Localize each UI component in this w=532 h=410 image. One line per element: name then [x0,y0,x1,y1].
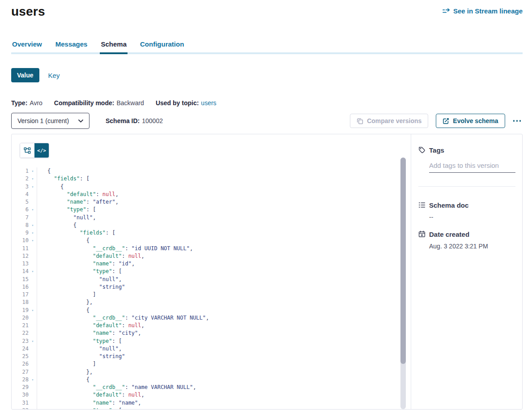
fold-spacer [29,368,37,376]
version-select[interactable]: Version 1 (current) [11,113,89,129]
fold-arrow-icon[interactable]: ▾ [29,206,37,214]
fold-spacer [29,399,37,407]
tags-section: Tags [418,146,515,173]
add-tags-input[interactable] [429,154,515,173]
fold-arrow-icon[interactable]: ▾ [29,237,37,244]
code-text[interactable]: "default": null, [37,191,400,198]
fold-arrow-icon[interactable]: ▾ [29,167,37,175]
line-number: 6 [12,206,29,214]
code-line: 7 "null", [12,214,400,222]
line-number: 22 [12,329,29,337]
fold-arrow-icon[interactable]: ▾ [29,222,37,229]
code-text[interactable]: "name": "name", [37,399,400,407]
code-text[interactable]: "default": null, [37,252,400,260]
tree-view-icon [24,147,31,154]
line-number: 3 [12,183,29,191]
code-text[interactable]: ] [37,360,400,368]
code-line: 23▾ "type": [ [12,337,400,345]
code-text[interactable]: "name": "id", [37,260,400,268]
fold-arrow-icon[interactable]: ▾ [29,183,37,191]
topic-link[interactable]: users [201,99,216,107]
code-text[interactable]: "__crdb__": "city VARCHAR NOT NULL", [37,314,400,322]
line-number: 21 [12,322,29,329]
code-text[interactable]: }, [37,299,400,306]
lineage-link-label: See in Stream lineage [453,7,523,15]
version-toolbar: Version 1 (current) Schema ID:100002 Com… [11,113,523,129]
tab-schema[interactable]: Schema [100,40,128,52]
code-view-button[interactable]: </> [34,143,49,158]
code-line: 24 "null", [12,345,400,353]
code-text[interactable]: { [37,307,400,314]
code-text[interactable]: "type": [ [37,337,400,345]
code-view-icon: </> [37,148,46,154]
type-label: Type: [11,99,27,107]
date-created-value: Aug. 3 2022 3:21 PM [429,242,515,251]
code-text[interactable]: "__crdb__": "name VARCHAR NULL", [37,384,400,391]
line-number: 15 [12,276,29,283]
tab-messages[interactable]: Messages [55,40,89,52]
code-text[interactable]: ] [37,291,400,299]
code-text[interactable]: "fields": [ [37,229,400,237]
fold-arrow-icon[interactable]: ▾ [29,376,37,384]
code-text[interactable]: "null", [37,345,400,353]
code-line: 14▾ "type": [ [12,268,400,275]
fold-arrow-icon[interactable]: ▾ [29,307,37,314]
fold-spacer [29,353,37,360]
code-text[interactable]: "fields": [ [37,175,400,183]
fold-arrow-icon[interactable]: ▾ [29,229,37,237]
key-tab-link[interactable]: Key [48,72,60,79]
tree-view-button[interactable] [20,143,34,158]
ellipsis-icon [513,120,515,122]
more-options-button[interactable] [511,117,523,124]
line-number: 4 [12,191,29,198]
code-text[interactable]: "string" [37,353,400,360]
compare-versions-button[interactable]: Compare versions [350,114,428,128]
line-number: 31 [12,399,29,407]
evolve-schema-button[interactable]: Evolve schema [436,114,505,128]
line-number: 25 [12,353,29,360]
code-text[interactable]: { [37,183,400,191]
see-in-stream-lineage-link[interactable]: See in Stream lineage [443,7,523,15]
schema-meta-row: Type:Avro Compatibility mode:Backward Us… [11,98,523,107]
code-text[interactable]: "type": [ [37,268,400,275]
code-line: 28▾ { [12,376,400,384]
versions-copy-icon [357,118,363,124]
code-text[interactable]: "default": null, [37,391,400,399]
code-line: 11 "__crdb__": "id UUID NOT NULL", [12,245,400,252]
compat-value: Backward [116,99,144,107]
value-tab-button[interactable]: Value [11,68,39,82]
code-text[interactable]: "type": [ [37,407,400,409]
code-text[interactable]: "string" [37,283,400,291]
editor-view-toggle: </> [20,143,49,158]
fold-arrow-icon[interactable]: ▾ [29,337,37,345]
tab-configuration[interactable]: Configuration [139,40,185,52]
editor-scrollbar[interactable] [400,158,406,409]
code-text[interactable]: "name": "after", [37,198,400,206]
fold-arrow-icon[interactable]: ▾ [29,175,37,183]
code-text[interactable]: "type": [ [37,206,400,214]
code-line: 15 "null", [12,276,400,283]
tab-overview[interactable]: Overview [11,40,43,52]
code-text[interactable]: { [37,237,400,244]
code-text[interactable]: "default": null, [37,322,400,329]
fold-spacer [29,283,37,291]
page-header: users See in Stream lineage [11,0,523,19]
fold-arrow-icon[interactable]: ▾ [29,407,37,409]
fold-arrow-icon[interactable]: ▾ [29,268,37,275]
tab-bar: OverviewMessagesSchemaConfiguration [11,40,523,54]
scrollbar-thumb[interactable] [400,158,406,364]
code-text[interactable]: "name": "city", [37,329,400,337]
code-text[interactable]: "__crdb__": "id UUID NOT NULL", [37,245,400,252]
line-number: 17 [12,291,29,299]
code-text[interactable]: }, [37,368,400,376]
code-line: 10▾ { [12,237,400,244]
code-text[interactable]: "null", [37,276,400,283]
code-text[interactable]: "null", [37,214,400,222]
fold-spacer [29,260,37,268]
code-text[interactable]: { [37,376,400,384]
code-line: 19▾ { [12,307,400,314]
line-number: 20 [12,314,29,322]
line-number: 1 [12,167,29,175]
code-text[interactable]: { [37,222,400,229]
code-text[interactable]: { [37,167,400,175]
